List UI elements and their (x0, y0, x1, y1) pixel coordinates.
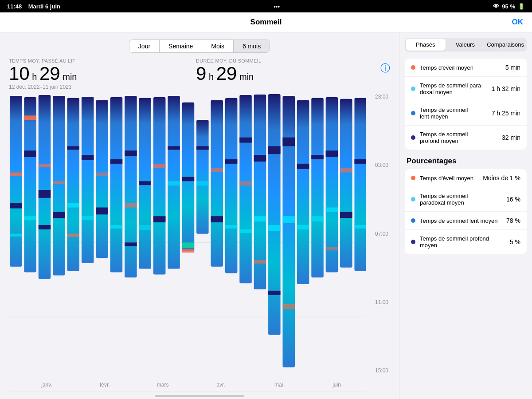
svg-rect-65 (254, 216, 266, 221)
profond-pct-label: Temps de sommeil profond moyen (420, 235, 505, 249)
tab-jour[interactable]: Jour (129, 40, 160, 52)
svg-rect-62 (239, 229, 251, 233)
svg-rect-30 (110, 97, 122, 273)
lent-pct-label: Temps de sommeil lent moyen (420, 217, 502, 224)
svg-rect-24 (82, 97, 94, 263)
paradoxal-pct-dot (411, 197, 415, 201)
svg-rect-31 (110, 159, 122, 164)
svg-rect-51 (196, 146, 208, 150)
paradoxal-avg-item: Temps de sommeil para-doxal moyen 1 h 32… (405, 77, 527, 101)
time-label-15: 15:00 (375, 367, 388, 374)
sleep-bar-7 (96, 100, 108, 258)
svg-rect-36 (125, 243, 137, 246)
sleep-bar-24 (340, 99, 352, 268)
sleep-bar-13 (182, 103, 194, 253)
svg-rect-33 (125, 96, 137, 277)
svg-rect-9 (24, 97, 36, 273)
sleep-bar-21 (297, 100, 309, 284)
svg-rect-48 (182, 249, 194, 253)
paradoxal-pct-item: Temps de sommeilparadoxal moyen 16 % (405, 187, 527, 212)
svg-rect-72 (282, 138, 294, 146)
eveil-pct-label: Temps d'éveil moyen (420, 175, 478, 182)
sleep-bar-22 (311, 98, 323, 277)
chart-inner: 23:00 03:00 07:00 11:00 15:00 (9, 94, 390, 391)
svg-rect-11 (24, 150, 36, 157)
battery-percent: 95 % (502, 3, 515, 10)
svg-rect-35 (125, 203, 137, 208)
time-in-bed-value: 10 h 29 min (9, 63, 77, 84)
svg-rect-88 (354, 98, 366, 271)
svg-rect-44 (168, 146, 180, 150)
svg-rect-19 (53, 212, 65, 218)
eveil-pct-value: Moins de 1 % (483, 174, 520, 182)
profond-pct-value: 5 % (510, 238, 520, 245)
svg-rect-25 (82, 155, 94, 160)
svg-rect-73 (282, 216, 294, 223)
svg-rect-52 (196, 181, 208, 186)
panel-tab-valeurs[interactable]: Valeurs (446, 39, 485, 51)
sleep-bar-23 (326, 97, 338, 273)
paradoxal-avg-value: 1 h 32 min (492, 85, 520, 92)
ok-button[interactable]: OK (512, 18, 524, 27)
info-button[interactable]: ⓘ (380, 62, 390, 75)
paradoxal-pct-label: Temps de sommeilparadoxal moyen (420, 193, 502, 206)
svg-rect-23 (67, 234, 79, 237)
time-labels: 23:00 03:00 07:00 11:00 15:00 (373, 94, 390, 374)
top-bar: Sommeil OK (0, 12, 532, 32)
svg-rect-5 (10, 96, 22, 267)
sleep-duration-value: 9 h 29 min (196, 63, 261, 84)
svg-rect-34 (125, 150, 137, 156)
svg-rect-61 (239, 181, 251, 186)
svg-rect-13 (39, 95, 51, 279)
profond-pct-dot (411, 240, 415, 244)
svg-rect-47 (182, 243, 194, 248)
averages-card: Temps d'éveil moyen 5 min Temps de somme… (405, 59, 527, 150)
tab-semaine[interactable]: Semaine (160, 40, 202, 52)
eveil-pct-dot (411, 176, 415, 180)
svg-rect-86 (340, 168, 352, 173)
svg-rect-55 (211, 216, 223, 222)
svg-rect-38 (139, 181, 151, 185)
status-right: 👁 95 % 🔋 (493, 3, 525, 10)
tab-6mois[interactable]: 6 mois (234, 40, 270, 52)
svg-rect-81 (326, 97, 338, 273)
svg-rect-57 (225, 159, 237, 164)
period-tabs: Jour Semaine Mois 6 mois (9, 40, 390, 53)
sleep-bar-17 (239, 95, 251, 283)
profond-avg-label: Temps de sommeilprofond moyen (420, 131, 497, 144)
month-fevr: févr. (76, 382, 134, 388)
content-area: Jour Semaine Mois 6 mois TEMPS MOY. PASS… (0, 32, 532, 399)
month-avr: avr. (192, 382, 250, 388)
sleep-bar-8 (110, 97, 122, 273)
svg-rect-64 (254, 155, 266, 162)
svg-rect-26 (82, 216, 94, 220)
panel-tab-comparaisons[interactable]: Comparaisons (485, 39, 526, 51)
tab-mois[interactable]: Mois (202, 40, 234, 52)
eveil-avg-value: 5 min (505, 64, 520, 71)
svg-rect-45 (168, 181, 180, 186)
panel-tab-phases[interactable]: Phases (406, 39, 446, 51)
status-dots: ••• (274, 3, 280, 10)
svg-rect-58 (225, 225, 237, 229)
svg-rect-83 (326, 208, 338, 212)
sleep-bar-10 (139, 98, 151, 269)
svg-rect-28 (96, 173, 108, 176)
svg-rect-20 (67, 98, 79, 271)
profond-avg-value: 32 min (502, 134, 520, 141)
percentages-title: Pourcentages (407, 157, 525, 166)
svg-rect-68 (268, 146, 280, 154)
lent-avg-item: Temps de sommeillent moyen 7 h 25 min (405, 101, 527, 126)
svg-rect-14 (39, 164, 51, 167)
svg-rect-16 (39, 225, 51, 229)
battery-icon: 🔋 (518, 3, 525, 10)
sleep-bar-6 (82, 97, 94, 263)
svg-rect-40 (153, 97, 165, 275)
svg-rect-80 (311, 216, 323, 221)
sleep-bar-19 (268, 94, 280, 335)
svg-rect-59 (239, 95, 251, 283)
sleep-bar-2 (24, 97, 36, 273)
sleep-bar-3 (39, 95, 51, 279)
svg-rect-71 (282, 96, 294, 367)
lent-pct-dot (411, 218, 415, 223)
status-time-day: 11:48 Mardi 6 juin (7, 3, 60, 10)
